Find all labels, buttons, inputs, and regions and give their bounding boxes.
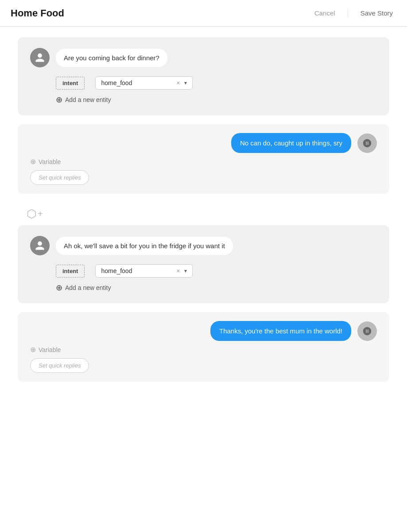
user-avatar-2 bbox=[30, 236, 50, 255]
user-card-2: Ah ok, we'll save a bit for you in the f… bbox=[18, 225, 389, 303]
cancel-button[interactable]: Cancel bbox=[311, 8, 339, 19]
variable-icon-1: ⊕ bbox=[30, 157, 36, 166]
branch-plus-icon: + bbox=[38, 209, 43, 219]
add-entity-2[interactable]: ⊕ Add a new entity bbox=[56, 283, 377, 293]
add-entity-1[interactable]: ⊕ Add a new entity bbox=[56, 95, 377, 105]
variable-link-1[interactable]: ⊕ Variable bbox=[30, 157, 61, 166]
variable-icon-2: ⊕ bbox=[30, 345, 36, 354]
card-controls-1: intent home_food × ▾ bbox=[56, 76, 377, 90]
add-entity-icon-2: ⊕ bbox=[56, 283, 62, 293]
clear-intent-icon-2[interactable]: × bbox=[176, 267, 180, 274]
variable-label-2: Variable bbox=[39, 346, 61, 353]
variable-label-1: Variable bbox=[39, 158, 61, 165]
bot-section-2: Thanks, you're the best mum in the world… bbox=[18, 312, 389, 382]
branch-icon: ⬡ bbox=[27, 207, 37, 221]
dropdown-arrow-icon-1[interactable]: ▾ bbox=[184, 80, 187, 86]
add-entity-label-1: Add a new entity bbox=[65, 96, 111, 103]
header-actions: Cancel Save Story bbox=[311, 8, 396, 19]
intent-label-2: intent bbox=[56, 265, 85, 278]
add-entity-label-2: Add a new entity bbox=[65, 284, 111, 291]
quick-replies-btn-2[interactable]: Set quick replies bbox=[30, 358, 89, 373]
intent-dropdown-1[interactable]: home_food × ▾ bbox=[95, 76, 193, 90]
page-title: Home Food bbox=[11, 8, 64, 19]
save-story-button[interactable]: Save Story bbox=[357, 8, 396, 19]
intent-dropdown-2[interactable]: home_food × ▾ bbox=[95, 264, 193, 278]
intent-dropdown-value-1: home_food bbox=[101, 79, 172, 86]
bot-actions-1: ⊕ Variable Set quick replies bbox=[30, 157, 377, 185]
bot-actions-2: ⊕ Variable Set quick replies bbox=[30, 345, 377, 373]
user-card-2-header: Ah ok, we'll save a bit for you in the f… bbox=[30, 236, 377, 255]
main-content: Are you coming back for dinner? intent h… bbox=[0, 27, 407, 401]
intent-label-1: intent bbox=[56, 77, 85, 90]
bot-row-2: Thanks, you're the best mum in the world… bbox=[30, 321, 377, 341]
dropdown-arrow-icon-2[interactable]: ▾ bbox=[184, 268, 187, 274]
variable-link-2[interactable]: ⊕ Variable bbox=[30, 345, 61, 354]
header-divider bbox=[348, 9, 348, 18]
user-message-2: Ah ok, we'll save a bit for you in the f… bbox=[56, 237, 233, 255]
user-card-1-header: Are you coming back for dinner? bbox=[30, 48, 377, 67]
bot-message-2: Thanks, you're the best mum in the world… bbox=[210, 321, 351, 341]
user-avatar-1 bbox=[30, 48, 50, 67]
bot-avatar-2 bbox=[357, 321, 377, 341]
add-entity-icon-1: ⊕ bbox=[56, 95, 62, 105]
branch-section: ⬡ + bbox=[27, 207, 389, 221]
bot-message-1: No can do, caught up in things, sry bbox=[231, 133, 351, 153]
clear-intent-icon-1[interactable]: × bbox=[176, 79, 180, 86]
card-controls-2: intent home_food × ▾ bbox=[56, 264, 377, 278]
bot-row-1: No can do, caught up in things, sry bbox=[30, 133, 377, 153]
user-card-1: Are you coming back for dinner? intent h… bbox=[18, 37, 389, 115]
intent-dropdown-value-2: home_food bbox=[101, 267, 172, 274]
bot-avatar-1 bbox=[357, 133, 377, 153]
bot-section-1: No can do, caught up in things, sry ⊕ Va… bbox=[18, 124, 389, 194]
user-message-1: Are you coming back for dinner? bbox=[56, 49, 167, 67]
quick-replies-btn-1[interactable]: Set quick replies bbox=[30, 170, 89, 185]
header: Home Food Cancel Save Story bbox=[0, 0, 407, 27]
